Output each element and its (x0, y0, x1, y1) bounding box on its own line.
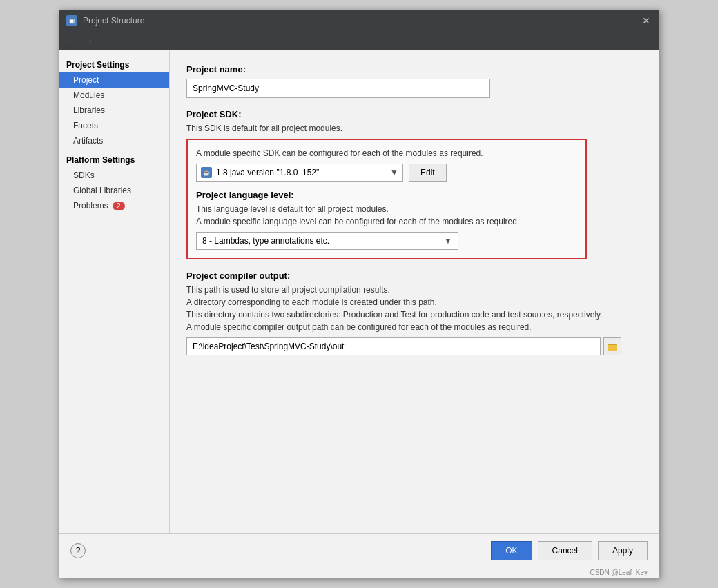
sidebar-item-modules[interactable]: Modules (59, 88, 169, 103)
sdk-note1: This SDK is default for all project modu… (186, 124, 642, 133)
sdk-dropdown-arrow: ▼ (390, 168, 398, 177)
compiler-path-row (186, 337, 642, 355)
lang-note1: This language level is default for all p… (196, 204, 577, 214)
compiler-note3: This directory contains two subdirectori… (186, 310, 642, 320)
dialog-title: Project Structure (83, 16, 144, 26)
back-arrow[interactable]: ← (65, 34, 79, 48)
folder-browse-button[interactable] (603, 337, 621, 355)
problems-label: Problems (73, 201, 108, 210)
ok-button[interactable]: OK (491, 541, 532, 560)
project-name-label: Project name: (186, 64, 642, 75)
sidebar-item-problems[interactable]: Problems 2 (59, 198, 169, 213)
sidebar-item-project[interactable]: Project (59, 72, 169, 88)
compiler-note4: A module specific compiler output path c… (186, 322, 642, 332)
project-name-input[interactable] (186, 79, 490, 98)
sidebar-item-facets[interactable]: Facets (59, 118, 169, 133)
apply-button[interactable]: Apply (598, 541, 648, 560)
dialog-body: Project Settings Project Modules Librari… (59, 50, 659, 533)
dialog-footer: ? OK Cancel Apply (59, 533, 659, 567)
sdk-select[interactable]: ☕ 1.8 java version "1.8.0_152" ▼ (196, 164, 403, 182)
compiler-note1: This path is used to store all project c… (186, 285, 642, 295)
title-bar: ▣ Project Structure ✕ (59, 10, 659, 31)
close-button[interactable]: ✕ (641, 15, 652, 26)
forward-arrow[interactable]: → (81, 34, 95, 48)
sidebar: Project Settings Project Modules Librari… (59, 50, 170, 533)
sdk-box: A module specific SDK can be configured … (186, 139, 587, 259)
project-language-level-label: Project language level: (196, 190, 577, 200)
lang-note2: A module specific language level can be … (196, 217, 577, 226)
sdk-note2: A module specific SDK can be configured … (196, 148, 577, 158)
sidebar-item-libraries[interactable]: Libraries (59, 103, 169, 118)
cancel-button[interactable]: Cancel (538, 541, 592, 560)
sdk-row: ☕ 1.8 java version "1.8.0_152" ▼ Edit (196, 164, 577, 182)
sidebar-item-global-libraries[interactable]: Global Libraries (59, 183, 169, 198)
sdk-edit-button[interactable]: Edit (409, 164, 447, 182)
platform-settings-header: Platform Settings (59, 148, 169, 168)
main-content: Project name: Project SDK: This SDK is d… (170, 50, 659, 533)
problems-badge: 2 (113, 202, 125, 210)
folder-icon (608, 342, 617, 351)
project-settings-header: Project Settings (59, 56, 169, 72)
watermark: CSDN @Leaf_Key (59, 567, 659, 578)
sidebar-item-sdks[interactable]: SDKs (59, 168, 169, 183)
nav-bar: ← → (59, 31, 659, 50)
lang-dropdown-arrow: ▼ (444, 236, 452, 246)
compiler-note2: A directory corresponding to each module… (186, 297, 642, 307)
help-button[interactable]: ? (70, 543, 86, 558)
lang-select[interactable]: 8 - Lambdas, type annotations etc. ▼ (196, 232, 458, 250)
svg-rect-2 (608, 345, 617, 351)
compiler-output-section: Project compiler output: This path is us… (186, 271, 642, 355)
lang-value: 8 - Lambdas, type annotations etc. (202, 236, 329, 246)
project-sdk-label: Project SDK: (186, 109, 642, 119)
sdk-value: 1.8 java version "1.8.0_152" (216, 168, 319, 177)
sidebar-item-artifacts[interactable]: Artifacts (59, 133, 169, 148)
footer-left: ? (70, 543, 485, 558)
sdk-icon: ☕ (201, 167, 212, 178)
compiler-path-input[interactable] (186, 337, 601, 355)
app-icon: ▣ (66, 15, 77, 26)
compiler-output-label: Project compiler output: (186, 271, 642, 281)
